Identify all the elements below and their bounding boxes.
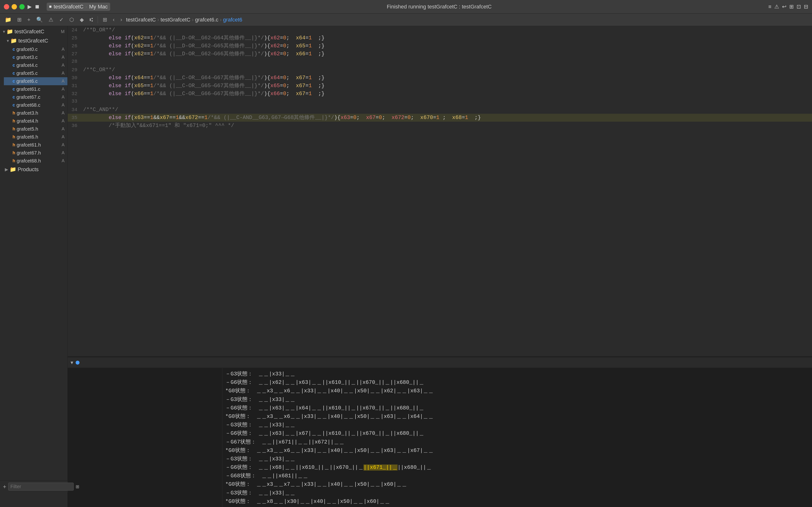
sidebar-item-grafcet61c[interactable]: c grafcet61.c A [4, 85, 67, 93]
sidebar-item-grafcet61h[interactable]: h grafcet61.h A [4, 141, 67, 149]
sidebar-item-grafcet5h[interactable]: h grafcet5.h A [4, 125, 67, 133]
sidebar-filter-input[interactable] [8, 483, 68, 491]
line-number: 24 [68, 26, 81, 34]
file-badge: A [62, 134, 64, 139]
source-control-icon[interactable]: ⑆ [88, 16, 95, 24]
file-badge: A [62, 79, 64, 84]
run-icon[interactable]: ▶ [28, 4, 32, 10]
h-file-icon: h [12, 111, 15, 116]
back-icon[interactable]: ↩ [782, 4, 786, 10]
sidebar-item-grafcet67c[interactable]: c grafcet67.c A [4, 93, 67, 101]
sidebar-item-grafcet4h[interactable]: h grafcet4.h A [4, 117, 67, 125]
file-badge: A [62, 95, 64, 100]
line-number: 28 [68, 58, 81, 65]
toggle-icon[interactable]: ⊞ [15, 16, 23, 24]
close-button[interactable] [4, 4, 9, 9]
terminal-line: －G68状態： ＿＿||x681||＿＿ [225, 472, 809, 480]
breakpoint-icon[interactable]: ◆ [78, 16, 86, 24]
line-number: 31 [68, 82, 81, 90]
terminal-line: －G3状態： ＿＿|x33|＿＿ [225, 489, 809, 497]
code-line-24: 24 /**D_OR**/ [68, 26, 812, 34]
sidebar-item-grafcet0c[interactable]: c grafcet0.c A [4, 45, 67, 53]
terminal-line: －G3状態： ＿＿|x33|＿＿ [225, 421, 809, 429]
file-badge: A [62, 87, 64, 92]
scheme-selector[interactable]: ■ testGrafcetC › My Mac [47, 3, 110, 11]
line-number: 34 [68, 106, 81, 113]
line-number: 27 [68, 50, 81, 58]
minimize-button[interactable] [12, 4, 17, 9]
line-content: else if(x62==1/*&& (|__D-OR__G62→G65其他條件… [81, 42, 812, 50]
breadcrumb-symbol[interactable]: grafcet6 [223, 17, 242, 23]
c-file-icon: c [12, 47, 15, 52]
terminal-output[interactable]: －G3状態： ＿＿|x33|＿＿ －G6状態： ＿＿|x62|＿＿|x63|＿＿… [222, 368, 812, 507]
sidebar-item-grafcet68h[interactable]: h grafcet68.h A [4, 157, 67, 165]
h-file-icon: h [12, 119, 15, 124]
list-icon[interactable]: ≡ [768, 4, 771, 10]
file-badge: A [62, 71, 64, 76]
terminal-toolbar: ▾ [68, 357, 812, 368]
terminal-line: －G6状態： ＿＿|x62|＿＿|x63|＿＿||x610_||＿||x670_… [225, 378, 809, 387]
file-badge: A [62, 119, 64, 124]
sidebar-sub-header[interactable]: ▾ 📁 testGrafcetC [4, 36, 67, 45]
file-name: grafcet5.h [17, 126, 38, 132]
sidebar-item-grafcet68c[interactable]: c grafcet68.c A [4, 101, 67, 109]
window-controls[interactable] [4, 4, 24, 9]
sidebar-root-label: testGrafcetC [14, 29, 44, 35]
breadcrumb-group[interactable]: testGrafcetC [160, 17, 190, 23]
code-editor[interactable]: 24 /**D_OR**/ 25 else if(x62==1/*&& (|__… [68, 26, 812, 356]
file-name: grafcet67.c [16, 95, 40, 100]
breadcrumb-project[interactable]: testGrafcetC [126, 17, 156, 23]
sidebar-item-grafcet3h[interactable]: h grafcet3.h A [4, 109, 67, 117]
next-icon[interactable]: › [118, 16, 124, 24]
sidebar-item-grafcet4c[interactable]: c grafcet4.c A [4, 61, 67, 69]
code-line-28: 28 [68, 58, 812, 66]
maximize-button[interactable] [19, 4, 24, 9]
add-icon[interactable]: + [26, 16, 33, 24]
file-name: grafcet61.h [17, 142, 41, 148]
file-badge: A [62, 158, 64, 163]
c-file-icon: c [12, 63, 15, 68]
line-number: 35 [68, 114, 81, 121]
navigator-icon[interactable]: 📁 [3, 16, 13, 24]
sidebar-item-products[interactable]: ▶ 📁 Products [0, 165, 67, 174]
sidebar-sub-label: testGrafcetC [18, 38, 48, 44]
breadcrumb-file[interactable]: grafcet6.c [195, 17, 218, 23]
titlebar-right-controls: ≡ ⚠ ↩ ⊞ ⊡ ⊟ [768, 4, 808, 10]
warning2-icon[interactable]: ⚠ [47, 16, 55, 24]
stop-icon[interactable]: ⏹ [35, 4, 40, 10]
products-folder-icon: 📁 [10, 166, 16, 173]
editor-area: 24 /**D_OR**/ 25 else if(x62==1/*&& (|__… [68, 26, 812, 507]
prev-icon[interactable]: ‹ [111, 16, 116, 24]
sidebar-item-grafcet6c[interactable]: c grafcet6.c A [4, 77, 67, 85]
terminal-line: *G0状態： ＿＿x3＿＿x6＿＿|x33|＿＿|x40|＿＿|x50|＿＿|x… [225, 446, 809, 455]
editor-layout-icon[interactable]: ⊞ [101, 16, 109, 24]
terminal-content: －G3状態： ＿＿|x33|＿＿ －G6状態： ＿＿|x62|＿＿|x63|＿＿… [68, 368, 812, 507]
c-file-icon: c [12, 95, 15, 100]
chevron-down-icon: ▾ [3, 29, 5, 34]
file-name: grafcet6.c [16, 78, 38, 84]
search-icon[interactable]: 🔍 [34, 16, 45, 24]
code-line-25: 25 else if(x62==1/*&& (|__D-OR__G62→G64其… [68, 34, 812, 42]
code-line-34: 34 /**C_AND**/ [68, 106, 812, 114]
h-file-icon: h [12, 126, 15, 131]
warning-icon[interactable]: ⚠ [774, 4, 779, 10]
panel-icon[interactable]: ⊡ [797, 4, 801, 10]
line-number: 33 [68, 98, 81, 105]
sidebar-item-grafcet5c[interactable]: c grafcet5.c A [4, 69, 67, 77]
layout-icon[interactable]: ⊞ [789, 4, 794, 10]
terminal-menu-icon[interactable]: ▾ [70, 359, 73, 366]
line-number: 26 [68, 43, 81, 50]
sidebar-root-group: ▾ 📁 testGrafcetC M ▾ 📁 testGrafcetC c gr… [0, 26, 67, 175]
debug-icon[interactable]: ⬡ [67, 16, 76, 24]
folder-icon2: 📁 [10, 38, 17, 44]
check-icon[interactable]: ✓ [57, 16, 65, 24]
file-badge: A [62, 126, 64, 131]
terminal-line: －G6状態： ＿＿|x63|＿＿|x67|＿＿||x610_||＿||x670_… [225, 429, 809, 438]
line-number: 36 [68, 122, 81, 129]
add-file-button[interactable]: + [3, 483, 6, 490]
sidebar-right-icon[interactable]: ⊟ [804, 4, 808, 10]
sidebar-root-header[interactable]: ▾ 📁 testGrafcetC M [0, 27, 67, 36]
sidebar-item-grafcet3c[interactable]: c grafcet3.c A [4, 53, 67, 61]
sidebar-item-grafcet67h[interactable]: h grafcet67.h A [4, 149, 67, 157]
sidebar-item-grafcet6h[interactable]: h grafcet6.h A [4, 133, 67, 141]
